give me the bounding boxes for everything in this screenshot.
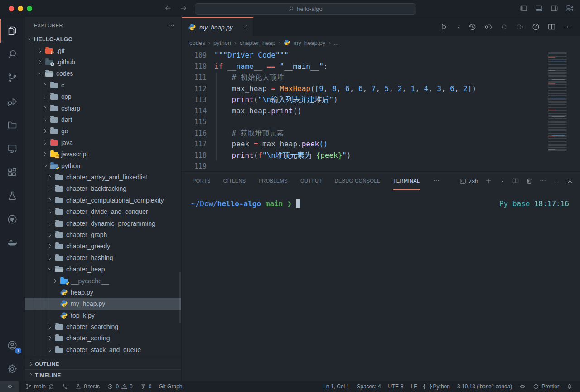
- code-line[interactable]: 114 max_heap.print(): [182, 106, 580, 117]
- tree-item-csharp[interactable]: csharp: [25, 102, 181, 114]
- close-window-button[interactable]: [9, 6, 14, 11]
- terminal[interactable]: ~/Dow/hello-algo main ❯ Py base 18:17:16: [182, 190, 580, 381]
- tree-item-chapter-dynamic-programming[interactable]: chapter_dynamic_programming: [25, 218, 181, 229]
- status-tests[interactable]: 0 tests: [72, 381, 103, 392]
- tree-item-chapter-hashing[interactable]: chapter_hashing: [25, 252, 181, 263]
- terminal-more-actions-icon[interactable]: [539, 177, 546, 184]
- activity-item-search[interactable]: [0, 43, 24, 66]
- tree-item-my-heap-py[interactable]: my_heap.py: [25, 298, 181, 310]
- panel-tab-gitlens[interactable]: GITLENS: [223, 172, 246, 190]
- status-encoding[interactable]: UTF-8: [385, 381, 407, 392]
- status-python-interpreter[interactable]: 3.10.13 ('base': conda): [454, 381, 516, 392]
- status-eol[interactable]: LF: [407, 381, 421, 392]
- status-problems[interactable]: 00: [103, 381, 136, 392]
- breadcrumb-item[interactable]: my_heap.py: [293, 39, 325, 46]
- status-prettier[interactable]: Prettier: [529, 381, 563, 392]
- status-git-branch[interactable]: main: [22, 381, 58, 392]
- status-notifications[interactable]: [563, 381, 576, 392]
- tree-item-chapter-searching[interactable]: chapter_searching: [25, 321, 181, 332]
- tree-item-chapter-heap[interactable]: chapter_heap: [25, 263, 181, 275]
- kill-terminal-icon[interactable]: [526, 177, 533, 184]
- status-indentation[interactable]: Spaces: 4: [353, 381, 384, 392]
- activity-item-extensions[interactable]: [0, 160, 24, 184]
- customize-layout-icon[interactable]: [566, 5, 574, 12]
- status-cursor-position[interactable]: Ln 1, Col 1: [319, 381, 353, 392]
- panel-tab-ports[interactable]: PORTS: [193, 172, 211, 190]
- tree-item-heap-py[interactable]: heap.py: [25, 286, 181, 298]
- previous-change-icon[interactable]: [484, 23, 493, 31]
- shell-selector[interactable]: zsh: [459, 178, 478, 184]
- activity-item-settings[interactable]: [0, 357, 24, 381]
- tree-item-chapter-stack-and-queue[interactable]: chapter_stack_and_queue: [25, 344, 181, 355]
- close-tab-icon[interactable]: [242, 24, 248, 31]
- minimize-window-button[interactable]: [18, 6, 23, 11]
- breadcrumb-item[interactable]: codes: [189, 39, 205, 46]
- activity-item-remote-explorer[interactable]: [0, 137, 24, 160]
- tree-item-python[interactable]: python: [25, 160, 181, 171]
- breadcrumb-item[interactable]: chapter_heap: [239, 39, 276, 46]
- tree-item-c[interactable]: c: [25, 79, 181, 91]
- sidebar-section-timeline[interactable]: TIMELINE: [25, 369, 181, 381]
- status-remote-indicator[interactable]: [0, 381, 19, 392]
- activity-item-run-and-debug[interactable]: [0, 90, 24, 113]
- sidebar-scrollbar[interactable]: [179, 272, 181, 323]
- tree-item-chapter-computational-complexity[interactable]: chapter_computational_complexity: [25, 194, 181, 206]
- activity-item-explorer[interactable]: [0, 19, 24, 43]
- tree-item-chapter-greedy[interactable]: chapter_greedy: [25, 241, 181, 252]
- close-panel-icon[interactable]: [566, 177, 574, 184]
- panel-tab-debug-console[interactable]: DEBUG CONSOLE: [335, 172, 381, 190]
- file-history-icon[interactable]: [468, 23, 477, 31]
- gitlens-graph-icon[interactable]: [532, 23, 540, 31]
- tree-item-chapter-array-and-linkedlist[interactable]: chapter_array_and_linkedlist: [25, 171, 181, 183]
- status-git-graph[interactable]: Git Graph: [155, 381, 186, 392]
- activity-item-github[interactable]: [0, 208, 24, 231]
- maximize-panel-icon[interactable]: [553, 177, 560, 184]
- tab-my-heap[interactable]: my_heap.py: [182, 17, 253, 36]
- code-line[interactable]: 110if __name__ == "__main__":: [182, 61, 580, 73]
- code-line[interactable]: 119: [182, 161, 580, 171]
- status-copilot[interactable]: [516, 381, 529, 392]
- tree-root-hello-algo[interactable]: HELLO-ALGO: [25, 34, 181, 45]
- code-line[interactable]: 116 # 获取堆顶元素: [182, 128, 580, 139]
- activity-item-testing[interactable]: [0, 184, 24, 208]
- new-terminal-icon[interactable]: [485, 177, 492, 184]
- tree-item-chapter-sorting[interactable]: chapter_sorting: [25, 333, 181, 344]
- tree-item-cpp[interactable]: cpp: [25, 91, 181, 102]
- toggle-primary-sidebar-icon[interactable]: [520, 5, 527, 12]
- code-line[interactable]: 115: [182, 116, 580, 128]
- tree-item-java[interactable]: java: [25, 137, 181, 148]
- tree-item--pycache-[interactable]: __pycache__: [25, 275, 181, 286]
- status-git-compare[interactable]: [58, 381, 72, 392]
- tree-item-chapter-divide-and-conquer[interactable]: chapter_divide_and_conquer: [25, 206, 181, 217]
- code-line[interactable]: 117 peek = max_heap.peek(): [182, 139, 580, 150]
- tree-item-top-k-py[interactable]: top_k.py: [25, 310, 181, 321]
- code-line[interactable]: 112 max_heap = MaxHeap([9, 8, 6, 6, 7, 5…: [182, 83, 580, 95]
- panel-tab-output[interactable]: OUTPUT: [300, 172, 322, 190]
- activity-item-source-control[interactable]: [0, 66, 24, 90]
- activity-item-accounts[interactable]: 1: [0, 334, 24, 357]
- tree-item--git[interactable]: .git: [25, 45, 181, 56]
- breadcrumb-item[interactable]: ...: [334, 39, 338, 46]
- panel-tabs-more[interactable]: [433, 172, 440, 190]
- navigate-forward-icon[interactable]: [179, 4, 188, 12]
- tree-item-chapter-backtracking[interactable]: chapter_backtracking: [25, 183, 181, 194]
- toggle-secondary-sidebar-icon[interactable]: [551, 5, 558, 12]
- minimap[interactable]: [546, 52, 577, 152]
- toggle-panel-icon[interactable]: [535, 5, 543, 12]
- navigate-back-icon[interactable]: [164, 4, 172, 12]
- breadcrumb-item[interactable]: python: [213, 39, 231, 46]
- status-ports[interactable]: 0: [136, 381, 155, 392]
- tree-item--github[interactable]: .github: [25, 56, 181, 68]
- code-line[interactable]: 109"""Driver Code""": [182, 50, 580, 61]
- run-python-file-icon[interactable]: [440, 23, 448, 31]
- code-line[interactable]: 118 print(f"\n堆顶元素为 {peek}"): [182, 150, 580, 161]
- tree-item-chapter-graph[interactable]: chapter_graph: [25, 229, 181, 240]
- status-language-mode[interactable]: { }Python: [421, 381, 454, 392]
- maximize-window-button[interactable]: [27, 6, 32, 11]
- activity-item-docker[interactable]: [0, 231, 24, 255]
- panel-tab-terminal[interactable]: TERMINAL: [393, 172, 420, 190]
- editor-more-actions-icon[interactable]: [563, 23, 572, 31]
- breadcrumb[interactable]: codes›python›chapter_heap›my_heap.py›...: [182, 36, 580, 49]
- sidebar-section-outline[interactable]: OUTLINE: [25, 358, 181, 369]
- activity-item-project-folder[interactable]: [0, 113, 24, 137]
